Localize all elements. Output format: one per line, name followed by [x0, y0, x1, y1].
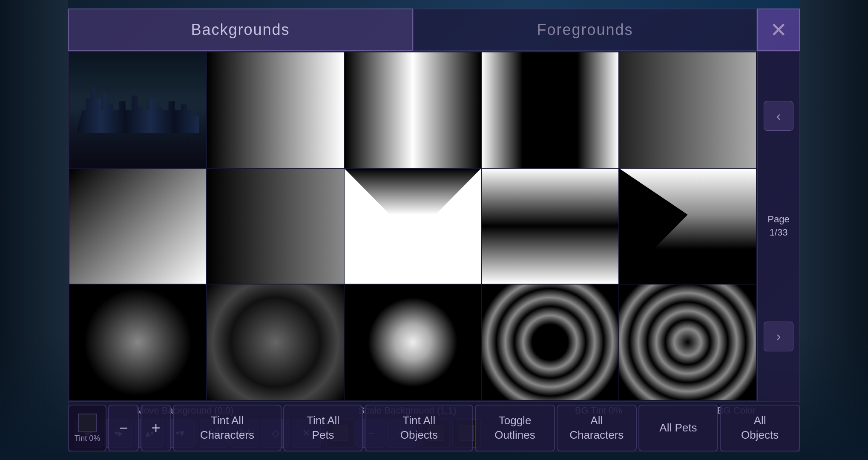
content-area: ‹ Page 1/33 › — [68, 51, 800, 401]
bg-cell-13[interactable] — [482, 285, 618, 400]
tab-backgrounds[interactable]: Backgrounds — [68, 9, 413, 51]
tint-all-characters-button[interactable]: Tint All Characters — [173, 405, 282, 451]
bg-cell-6[interactable] — [207, 169, 344, 284]
bg-cell-city[interactable] — [69, 52, 206, 168]
bg-cell-9[interactable] — [619, 169, 756, 284]
toggle-outlines-button[interactable]: Toggle Outlines — [475, 405, 555, 451]
tabs-row: Backgrounds Foregrounds ✕ — [68, 9, 800, 51]
bg-cell-7[interactable] — [345, 169, 481, 284]
bg-cell-11[interactable] — [207, 285, 344, 400]
toolbar-tint-label: Tint 0% — [75, 434, 100, 443]
tint-all-pets-button[interactable]: Tint All Pets — [283, 405, 363, 451]
background-grid — [68, 51, 757, 401]
tab-foregrounds[interactable]: Foregrounds — [413, 9, 757, 51]
all-objects-button[interactable]: All Objects — [720, 405, 800, 451]
bg-cell-10[interactable] — [69, 285, 206, 400]
toolbar-minus-button[interactable]: − — [108, 405, 139, 451]
all-pets-button[interactable]: All Pets — [638, 405, 719, 451]
next-page-button[interactable]: › — [764, 322, 793, 351]
toolbar-swatch-box — [78, 414, 97, 432]
bg-cell-1[interactable] — [207, 52, 344, 168]
bg-cell-5[interactable] — [69, 169, 206, 284]
bg-cell-12[interactable] — [345, 285, 481, 400]
prev-page-button[interactable]: ‹ — [764, 101, 793, 131]
bottom-toolbar: Tint 0% − + Tint All Characters Tint All… — [68, 405, 800, 451]
bg-cell-3[interactable] — [482, 52, 618, 168]
pagination-sidebar: ‹ Page 1/33 › — [757, 51, 800, 401]
tint-all-objects-button[interactable]: Tint All Objects — [365, 405, 473, 451]
bg-cell-2[interactable] — [345, 52, 481, 168]
bg-cell-14[interactable] — [619, 285, 756, 400]
toolbar-plus-button[interactable]: + — [141, 405, 171, 451]
page-info: Page 1/33 — [767, 213, 789, 239]
main-panel: Backgrounds Foregrounds ✕ — [68, 9, 800, 451]
close-button[interactable]: ✕ — [757, 9, 800, 51]
toolbar-color-swatch[interactable]: Tint 0% — [68, 405, 106, 451]
all-characters-button[interactable]: All Characters — [557, 405, 637, 451]
bg-cell-8[interactable] — [482, 169, 618, 284]
bg-cell-4[interactable] — [619, 52, 756, 168]
